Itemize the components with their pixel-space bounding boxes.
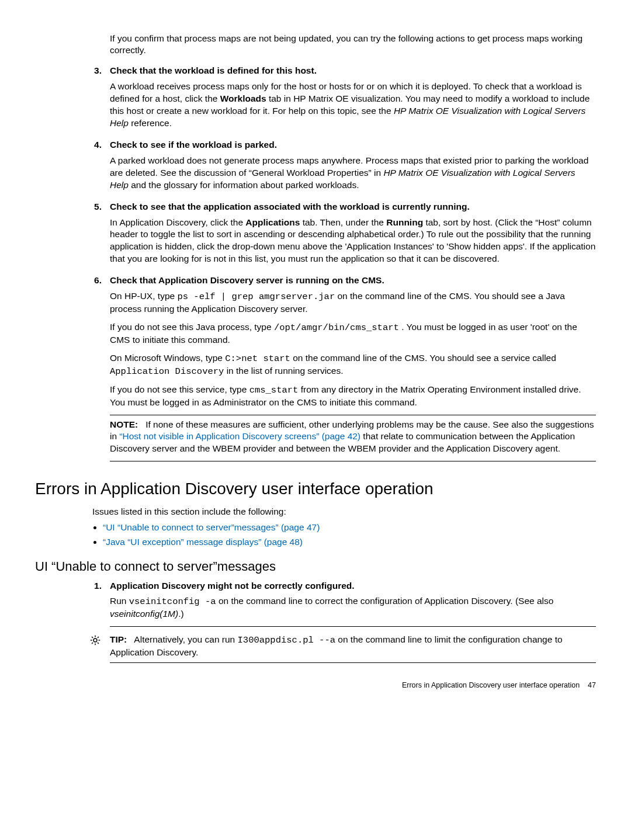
step-number: 1. bbox=[82, 580, 110, 631]
divider bbox=[110, 415, 596, 415]
note-text: NOTE: If none of these measures are suff… bbox=[110, 419, 596, 456]
page-number: 47 bbox=[588, 681, 596, 689]
bullet-list: “UI “Unable to connect to server”message… bbox=[92, 522, 596, 549]
step-text: If you do not see this service, type cms… bbox=[110, 384, 596, 409]
step-number: 6. bbox=[82, 275, 110, 465]
svg-point-0 bbox=[93, 638, 97, 642]
list-item: “Java “UI exception” message displays” (… bbox=[103, 536, 596, 549]
subsection-heading: UI “Unable to connect to server”messages bbox=[35, 558, 596, 575]
divider bbox=[110, 626, 596, 627]
step-text: On HP-UX, type ps -elf | grep amgrserver… bbox=[110, 290, 596, 315]
section-intro: Issues listed in this section include th… bbox=[92, 506, 596, 518]
toc-link[interactable]: “UI “Unable to connect to server”message… bbox=[103, 522, 320, 532]
divider bbox=[110, 461, 596, 461]
footer-title: Errors in Application Discovery user int… bbox=[402, 681, 580, 689]
step-text: On Microsoft Windows, type C:>net start … bbox=[110, 352, 596, 378]
step-heading: Check to see that the application associ… bbox=[110, 201, 596, 213]
list-item: “UI “Unable to connect to server”message… bbox=[103, 522, 596, 534]
page-footer: Errors in Application Discovery user int… bbox=[35, 681, 596, 690]
svg-line-6 bbox=[98, 643, 99, 644]
tip-text: TIP: Alternatively, you can run I300appd… bbox=[110, 634, 596, 659]
step-number: 5. bbox=[82, 201, 110, 272]
tip-block: TIP: Alternatively, you can run I300appd… bbox=[82, 634, 596, 667]
svg-line-5 bbox=[92, 637, 93, 638]
section-heading: Errors in Application Discovery user int… bbox=[35, 478, 596, 500]
step-number: 4. bbox=[82, 139, 110, 197]
divider bbox=[110, 662, 596, 663]
note-link[interactable]: “Host not visible in Application Discove… bbox=[119, 431, 360, 441]
step-text: If you do not see this Java process, typ… bbox=[110, 321, 596, 346]
list-item: 3. Check that the workload is defined fo… bbox=[35, 65, 596, 136]
step-list: 3. Check that the workload is defined fo… bbox=[35, 65, 596, 465]
step-text: In Application Discovery, click the Appl… bbox=[110, 217, 596, 266]
step-heading: Check that Application Discovery server … bbox=[110, 275, 596, 287]
step-number: 3. bbox=[82, 65, 110, 136]
list-item: 4. Check to see if the workload is parke… bbox=[35, 139, 596, 197]
substep-list: 1. Application Discovery might not be co… bbox=[35, 580, 596, 631]
step-text: Run vseinitconfig -a on the command line… bbox=[110, 595, 596, 620]
lightbulb-icon bbox=[82, 634, 110, 650]
list-item: 5. Check to see that the application ass… bbox=[35, 201, 596, 272]
step-text: A parked workload does not generate proc… bbox=[110, 155, 596, 192]
toc-link[interactable]: “Java “UI exception” message displays” (… bbox=[103, 537, 303, 547]
list-item: 6. Check that Application Discovery serv… bbox=[35, 275, 596, 465]
svg-line-8 bbox=[98, 637, 99, 638]
list-item: 1. Application Discovery might not be co… bbox=[35, 580, 596, 631]
step-heading: Check that the workload is defined for t… bbox=[110, 65, 596, 77]
step-text: A workload receives process maps only fo… bbox=[110, 81, 596, 130]
intro-paragraph: If you confirm that process maps are not… bbox=[110, 33, 596, 57]
step-heading: Application Discovery might not be corre… bbox=[110, 580, 596, 592]
svg-line-7 bbox=[92, 643, 93, 644]
step-heading: Check to see if the workload is parked. bbox=[110, 139, 596, 151]
